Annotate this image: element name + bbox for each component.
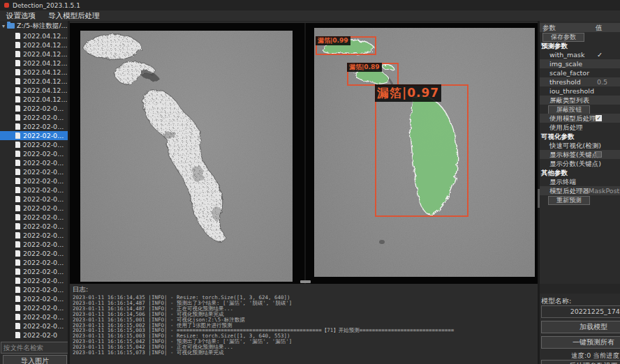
param-row[interactable]: 其他参数 bbox=[540, 168, 620, 177]
tree-item[interactable]: 2022-02-0... bbox=[0, 104, 68, 113]
param-button[interactable]: 重新预测 bbox=[548, 196, 590, 205]
tree-item[interactable]: 2022-02-0... bbox=[0, 222, 68, 231]
tree-item[interactable]: 2022-02-0... bbox=[0, 122, 68, 131]
log-panel[interactable]: 日志: 2023-01-11 16:16:14,435 |INFO| - Res… bbox=[70, 284, 538, 364]
tree-item[interactable]: 2022-02-0... bbox=[0, 185, 68, 195]
tree-item[interactable]: 2022.04.12... bbox=[0, 86, 68, 95]
param-row[interactable]: 快速可视化(检测) bbox=[540, 141, 620, 150]
tree-item[interactable]: 2022-02-0... bbox=[0, 258, 68, 267]
param-row[interactable]: 使用模型后处理✓ bbox=[540, 114, 620, 123]
tree-item[interactable]: 2022-02-0... bbox=[0, 195, 68, 204]
file-icon bbox=[15, 314, 20, 320]
param-row[interactable]: 可视化参数 bbox=[540, 132, 620, 141]
param-label: with_mask bbox=[540, 51, 584, 59]
raw-image-viewer[interactable] bbox=[80, 31, 293, 282]
file-icon bbox=[15, 114, 20, 121]
tree-item-label: 2022-02-0... bbox=[23, 268, 64, 275]
file-icon bbox=[15, 33, 20, 39]
file-icon bbox=[15, 60, 20, 66]
model-name-field[interactable]: 20221225_174813 bbox=[541, 305, 620, 318]
param-row[interactable]: 模型后处理器MaskPostPro bbox=[540, 186, 620, 195]
param-label: threshold bbox=[540, 78, 581, 86]
param-row[interactable]: 预测参数 bbox=[540, 41, 620, 50]
param-row[interactable]: 屏蔽类型列表 bbox=[540, 96, 620, 105]
tree-item-label: 2022-02-0... bbox=[23, 250, 64, 257]
param-row[interactable]: 显示分数(关键点) bbox=[540, 159, 620, 168]
tree-item-label: 2022-02-0... bbox=[23, 114, 64, 121]
tree-item[interactable]: 2022.04.12... bbox=[0, 68, 68, 77]
tree-item-label: 2022-02-0... bbox=[23, 168, 64, 176]
predict-all-button[interactable]: 一键预测所有 bbox=[541, 336, 620, 349]
param-row[interactable]: with_mask✓ bbox=[540, 50, 620, 59]
image-splitter[interactable] bbox=[304, 23, 306, 284]
tree-item[interactable]: 2022-02-0... bbox=[0, 140, 68, 149]
tree-item[interactable]: 2022-02-0... bbox=[0, 321, 68, 331]
tree-item[interactable]: 2022-02-0... bbox=[0, 158, 68, 167]
tree-item[interactable]: 2022-02-0... bbox=[0, 213, 68, 222]
tree-item-label: 2022-02-0... bbox=[23, 132, 64, 139]
tree-item[interactable]: 2022.04.12... bbox=[0, 95, 68, 104]
tree-item[interactable]: 2022.04.12... bbox=[0, 50, 68, 59]
tree-item[interactable]: 2022-02-0... bbox=[0, 303, 68, 312]
tree-item[interactable]: 2022.04.12... bbox=[0, 59, 68, 68]
checkbox-checked[interactable]: ✓ bbox=[596, 115, 602, 121]
tree-item[interactable]: 2022.04.12... bbox=[0, 31, 68, 40]
menu-settings[interactable]: 设置选项 bbox=[0, 10, 42, 21]
tree-item-label: 2022-02-0... bbox=[23, 195, 64, 203]
param-label: 模型后处理器 bbox=[540, 187, 589, 195]
param-row[interactable]: 显示标签(关键点) bbox=[540, 150, 620, 159]
tree-item[interactable]: 2022-02-0... bbox=[0, 113, 68, 122]
param-label: 可视化参数 bbox=[540, 132, 575, 140]
param-label: 显示标签(关键点) bbox=[540, 151, 601, 158]
tree-item[interactable]: 2022-02-0... bbox=[0, 276, 68, 285]
tree-item[interactable]: 2022.04.12... bbox=[0, 40, 68, 50]
tree-item[interactable]: 2022-02-0... bbox=[0, 204, 68, 213]
param-row[interactable]: iou_threshold bbox=[540, 86, 620, 96]
param-label: 显示分数(关键点) bbox=[540, 160, 601, 167]
param-row[interactable]: 使用后处理 bbox=[540, 123, 620, 132]
tree-item[interactable]: 2022-02-0... bbox=[0, 149, 68, 158]
title-bar: Detection_2023.1.5.1 bbox=[0, 0, 620, 10]
tree-item[interactable]: 2022-02-0... bbox=[0, 131, 68, 140]
tree-item[interactable]: 2022-02-0... bbox=[0, 312, 68, 321]
param-row[interactable]: 显示终端 bbox=[540, 177, 620, 186]
tree-item[interactable]: 2022-02-0... bbox=[0, 167, 68, 176]
param-label: 使用后处理 bbox=[540, 123, 583, 131]
tree-item[interactable]: 2022-02-0... bbox=[0, 294, 68, 303]
tree-item[interactable]: 2022-02-0... bbox=[0, 249, 68, 258]
check-icon[interactable]: ✓ bbox=[597, 50, 603, 59]
tree-item-label: 2022-02-0... bbox=[23, 313, 64, 321]
param-row[interactable]: 保存参数 bbox=[540, 32, 620, 41]
postprocess-params-button[interactable]: 后处理参数设置 bbox=[541, 360, 620, 364]
app-window: Detection_2023.1.5.1 设置选项 导入模型后处理 ▾ Z:/5… bbox=[0, 0, 620, 364]
window-title: Detection_2023.1.5.1 bbox=[13, 2, 80, 9]
tree-item[interactable]: 2022-02-0... bbox=[0, 285, 68, 294]
tree-item[interactable]: 2022-02-0... bbox=[0, 267, 68, 276]
param-row[interactable]: img_scale bbox=[540, 59, 620, 68]
param-row[interactable]: threshold0.5 bbox=[540, 77, 620, 86]
menu-bar: 设置选项 导入模型后处理 bbox=[0, 10, 620, 22]
tree-item[interactable]: 2022-02-0 bbox=[0, 331, 68, 340]
tree-item[interactable]: 2022-02-0... bbox=[0, 231, 68, 240]
load-model-button[interactable]: 加载模型 bbox=[541, 321, 620, 333]
detection-box: 漏箔|0.99 bbox=[316, 36, 376, 55]
tree-item-label: 2022-02-0... bbox=[23, 204, 64, 212]
tree-item[interactable]: 2022-02-0... bbox=[0, 240, 68, 249]
menu-import-postprocess[interactable]: 导入模型后处理 bbox=[42, 10, 106, 21]
param-row[interactable]: 屏蔽按钮 bbox=[540, 105, 620, 114]
prediction-image-viewer[interactable]: 漏箔|0.99漏箔|0.89漏箔|0.97 bbox=[314, 28, 535, 277]
tree-item[interactable]: 2022.04.12... bbox=[0, 77, 68, 86]
param-row[interactable]: scale_factor bbox=[540, 68, 620, 77]
param-row[interactable]: 重新预测 bbox=[540, 195, 620, 204]
folder-icon bbox=[7, 23, 15, 29]
caret-down-icon[interactable]: ▾ bbox=[0, 23, 7, 29]
tree-item[interactable]: 2022-02-0... bbox=[0, 176, 68, 185]
param-label: scale_factor bbox=[540, 69, 589, 77]
tree-root[interactable]: ▾ Z:/5-标注数据/... bbox=[0, 21, 68, 31]
param-label: 使用模型后处理 bbox=[540, 114, 596, 122]
image-splitter-handle[interactable] bbox=[300, 280, 311, 283]
checkbox-unchecked[interactable] bbox=[596, 151, 602, 158]
tree-item-label: 2022-02-0... bbox=[23, 213, 64, 221]
search-input[interactable] bbox=[1, 342, 71, 354]
import-image-button[interactable]: 导入图片 bbox=[3, 355, 67, 364]
